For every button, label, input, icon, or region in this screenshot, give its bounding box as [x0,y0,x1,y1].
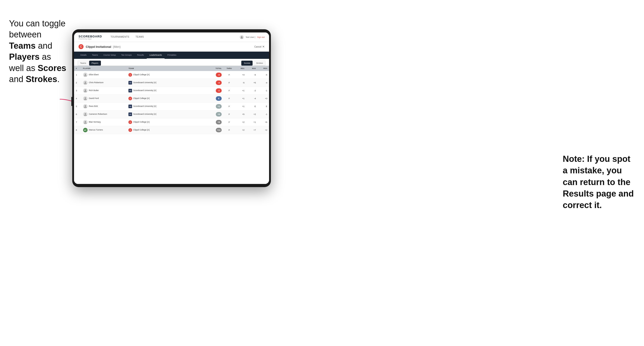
team-logo: SU [128,113,132,116]
logo-area: SCOREBOARD Powered by clippd [78,35,102,40]
svg-point-4 [85,89,86,91]
team-logo: C [128,120,132,124]
nav-links: TOURNAMENTS TEAMS [108,32,240,42]
table-row: 5 Rees Britt SUScoreboard University [A]… [74,103,269,110]
tournament-logo: C [78,44,84,49]
nav-right: Test User | Sign out [240,35,264,39]
cancel-x-icon: ✕ [262,45,264,48]
tournament-subtitle: (Men) [113,45,120,48]
col-header-rd2: RD2 [246,66,258,71]
thru-cell: F [224,71,235,79]
nav-teams[interactable]: TEAMS [132,32,147,42]
rd3-cell: -1 [258,87,269,95]
scores-bold: Scores [38,63,66,73]
right-annotation: Note: If you spot a mistake, you can ret… [563,153,635,211]
team-logo: C [128,128,132,132]
rank-cell: 3 [74,87,81,95]
sub-tab-teams[interactable]: Teams [78,61,89,66]
total-cell: +6 [206,110,224,118]
total-cell: -8 [206,71,224,79]
user-icon [240,35,244,39]
team-cell: SUScoreboard University [A] [127,103,206,110]
team-logo: C [128,73,132,77]
team-logo: SU [128,89,132,92]
tablet-frame: SCOREBOARD Powered by clippd TOURNAMENTS… [72,29,271,187]
rank-cell: 5 [74,103,81,110]
player-avatar: MT [83,128,88,132]
sub-tab-strokes[interactable]: Strokes [254,61,266,66]
rd3-cell: +6 [258,118,269,126]
rd2-cell: +1 [246,118,258,126]
score-badge: E [216,96,222,101]
nav-tournaments[interactable]: TOURNAMENTS [108,32,132,42]
table-row: 8 MTMarcus Turners CClippd College [A] +… [74,126,269,134]
sign-out-link[interactable]: Sign out [257,36,264,38]
tab-course-setup[interactable]: Course Setup [101,52,118,59]
col-header-rank: # [74,66,81,71]
team-cell: CClippd College [A] [127,71,206,79]
team-cell: SUScoreboard University [A] [127,110,206,118]
logo-text: SCOREBOARD [78,35,102,38]
rd2-cell: -2 [246,87,258,95]
total-cell: +11 [206,126,224,134]
total-cell: +8 [206,118,224,126]
player-avatar [83,73,88,77]
svg-point-6 [85,105,86,107]
table-row: 4 David Ford CClippd College [A] E F +1 … [74,95,269,103]
tab-teams[interactable]: Teams [90,52,101,59]
svg-point-7 [85,113,86,115]
rd2-cell: +7 [246,126,258,134]
rd2-cell: -4 [246,95,258,103]
rd1-cell: +1 [235,95,246,103]
col-header-team: TEAM [127,66,206,71]
svg-point-1 [241,36,242,37]
tab-leaderboards[interactable]: Leaderboards [147,52,165,59]
team-cell: SUScoreboard University [A] [127,87,206,95]
rd3-cell: -4 [258,79,269,87]
rd1-cell: +1 [235,87,246,95]
tab-tee-groups[interactable]: Tee Groups [118,52,134,59]
note-bold: Note: If you spot a mistake, you can ret… [563,154,634,210]
rank-cell: 2 [74,79,81,87]
tablet-screen: SCOREBOARD Powered by clippd TOURNAMENTS… [74,32,269,184]
table-row: 1 Elliot Ebert CClippd College [A] -8 F … [74,71,269,79]
team-cell: CClippd College [A] [127,118,206,126]
score-badge: -4 [216,80,222,85]
score-badge: -8 [216,73,222,77]
tab-printables[interactable]: Printables [164,52,179,59]
table-row: 7 Blair McHarg CClippd College [A] +8 F … [74,118,269,126]
thru-cell: F [224,118,235,126]
player-avatar [83,96,88,101]
score-badge: -2 [216,88,222,93]
table-row: 3 Rich Butler SUScoreboard University [A… [74,87,269,95]
total-cell: -2 [206,87,224,95]
left-annotation: You can toggle between Teams and Players… [9,18,68,85]
rd2-cell: -6 [246,71,258,79]
tab-details[interactable]: Details [78,52,90,59]
player-cell: Elliot Ebert [81,71,127,79]
sub-tab-scores[interactable]: Scores [241,61,252,66]
tab-results[interactable]: Results [134,52,147,59]
rd3-cell: +3 [258,95,269,103]
tournament-header: C Clippd Invitational (Men) Cancel ✕ [74,42,269,52]
rank-cell: 7 [74,118,81,126]
rd2-cell: E [246,103,258,110]
player-avatar [83,80,88,85]
col-header-total: TOTAL [206,66,224,71]
cancel-button[interactable]: Cancel ✕ [254,45,264,48]
player-cell: Chris Robertson [81,79,127,87]
svg-point-8 [85,121,86,122]
sub-tab-players[interactable]: Players [89,61,101,66]
col-header-rd3: RD3 [258,66,269,71]
team-logo: C [128,97,132,100]
player-avatar [83,104,88,109]
player-cell: Rees Britt [81,103,127,110]
rd1-cell: +1 [235,103,246,110]
teams-bold: Teams [9,41,36,50]
team-cell: SUScoreboard University [A] [127,79,206,87]
score-badge: +8 [216,120,222,124]
table-row: 2 Chris Robertson SUScoreboard Universit… [74,79,269,87]
tab-bar: Details Teams Course Setup Tee Groups Re… [74,52,269,59]
svg-point-2 [85,74,86,75]
player-avatar [83,112,88,117]
